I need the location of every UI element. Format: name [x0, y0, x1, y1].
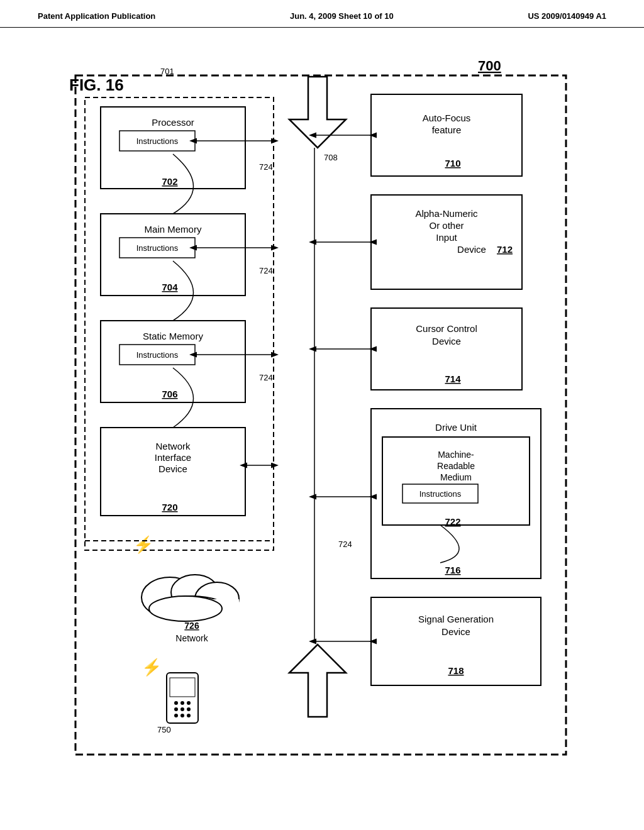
svg-text:Main Memory: Main Memory — [145, 224, 202, 235]
svg-text:704: 704 — [162, 282, 178, 292]
svg-text:750: 750 — [157, 725, 171, 734]
svg-text:724: 724 — [259, 266, 273, 275]
svg-text:Instructions: Instructions — [136, 350, 179, 360]
svg-point-89 — [187, 714, 191, 717]
patent-header: Patent Application Publication Jun. 4, 2… — [0, 0, 644, 28]
svg-text:Network: Network — [175, 633, 208, 643]
svg-text:Processor: Processor — [152, 117, 194, 128]
svg-text:Machine-: Machine- — [438, 450, 474, 460]
svg-text:700: 700 — [478, 58, 501, 74]
svg-text:718: 718 — [448, 665, 464, 676]
svg-text:Alpha-Numeric: Alpha-Numeric — [415, 208, 478, 219]
header-right: US 2009/0140949 A1 — [528, 11, 606, 21]
svg-text:Network: Network — [155, 441, 191, 451]
svg-text:702: 702 — [162, 176, 177, 187]
svg-point-88 — [180, 714, 184, 717]
svg-point-87 — [174, 714, 178, 717]
svg-text:Device: Device — [158, 463, 187, 474]
svg-text:Device: Device — [441, 626, 470, 637]
svg-text:⚡: ⚡ — [133, 534, 154, 555]
header-left: Patent Application Publication — [38, 11, 155, 21]
svg-text:feature: feature — [432, 124, 462, 135]
svg-point-81 — [174, 701, 178, 705]
svg-text:Drive Unit: Drive Unit — [435, 422, 477, 433]
svg-point-74 — [149, 596, 222, 621]
svg-text:Instructions: Instructions — [136, 136, 179, 146]
svg-text:726: 726 — [184, 621, 199, 631]
diagram-svg: 700 701 Processor Instructions 702 724 M… — [38, 38, 604, 811]
svg-text:Instructions: Instructions — [136, 243, 179, 253]
svg-point-83 — [187, 701, 191, 705]
svg-text:Device: Device — [457, 244, 486, 255]
svg-point-82 — [180, 701, 184, 705]
svg-text:Signal Generation: Signal Generation — [418, 614, 494, 624]
svg-point-86 — [187, 707, 191, 711]
svg-text:710: 710 — [445, 158, 460, 169]
svg-text:706: 706 — [162, 389, 177, 399]
svg-text:724: 724 — [259, 373, 273, 382]
svg-text:722: 722 — [445, 516, 460, 527]
svg-text:Medium: Medium — [440, 472, 472, 482]
svg-text:724: 724 — [259, 162, 273, 172]
svg-text:Auto-Focus: Auto-Focus — [423, 113, 471, 123]
header-center: Jun. 4, 2009 Sheet 10 of 10 — [290, 11, 394, 21]
svg-text:Readable: Readable — [437, 461, 475, 471]
svg-text:⚡: ⚡ — [142, 657, 162, 677]
svg-rect-80 — [170, 678, 195, 697]
svg-text:Static Memory: Static Memory — [143, 331, 203, 341]
svg-point-84 — [174, 707, 178, 711]
svg-text:701: 701 — [160, 67, 174, 76]
svg-text:Interface: Interface — [155, 452, 191, 463]
svg-text:Or other: Or other — [429, 220, 464, 231]
svg-text:708: 708 — [324, 153, 338, 162]
svg-text:716: 716 — [445, 565, 460, 575]
svg-text:714: 714 — [445, 374, 461, 384]
svg-text:720: 720 — [162, 502, 177, 512]
svg-text:712: 712 — [497, 244, 513, 255]
svg-marker-4 — [289, 645, 346, 717]
svg-text:724: 724 — [338, 540, 352, 549]
svg-text:Instructions: Instructions — [419, 489, 462, 499]
svg-marker-3 — [289, 77, 346, 148]
svg-text:Cursor Control: Cursor Control — [416, 323, 477, 334]
svg-point-85 — [180, 707, 184, 711]
svg-text:Input: Input — [436, 232, 457, 243]
svg-text:Device: Device — [432, 336, 461, 346]
